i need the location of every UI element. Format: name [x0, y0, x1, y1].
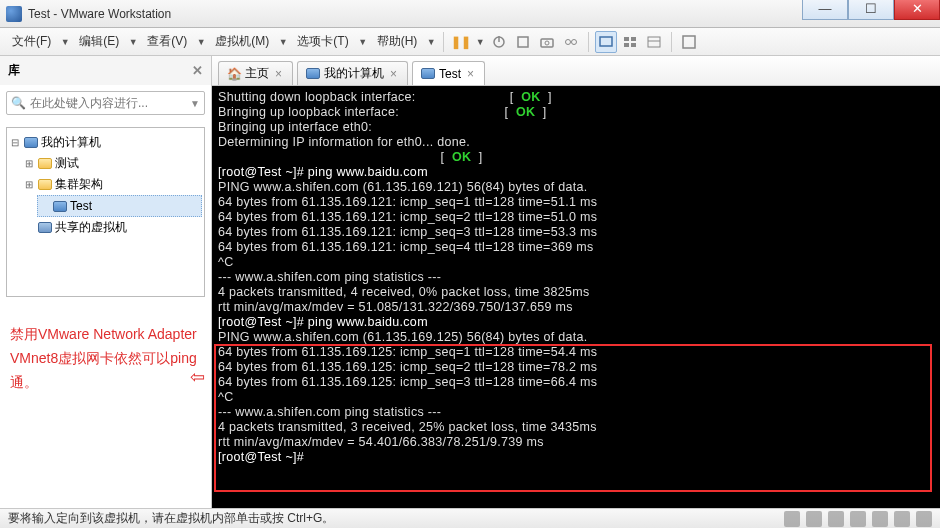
pause-dropdown[interactable]: ▼ [474, 31, 486, 53]
tree-label: 测试 [55, 155, 79, 172]
menu-help-dropdown[interactable]: ▼ [425, 31, 437, 53]
expand-icon[interactable]: ⊞ [23, 158, 35, 169]
status-device-icons [784, 511, 932, 527]
computer-icon [23, 135, 39, 151]
pause-button[interactable]: ❚❚ [450, 31, 472, 53]
vm-icon [52, 198, 68, 214]
menu-view[interactable]: 查看(V) [141, 30, 193, 53]
tree-folder-cluster[interactable]: ⊞ 集群架构 [23, 174, 202, 195]
tree-label: Test [70, 199, 92, 213]
sidebar-search[interactable]: 🔍 ▼ [6, 91, 205, 115]
menu-view-dropdown[interactable]: ▼ [195, 31, 207, 53]
tree-label: 我的计算机 [41, 134, 101, 151]
sidebar-title: 库 [8, 62, 20, 79]
minimize-button[interactable]: — [802, 0, 848, 20]
tab-bar: 🏠 主页 × 我的计算机 × Test × [212, 56, 940, 86]
tab-label: 我的计算机 [324, 65, 384, 82]
menu-edit[interactable]: 编辑(E) [73, 30, 125, 53]
annotation-arrow-icon: ⇦ [190, 362, 205, 393]
collapse-icon[interactable]: ⊟ [9, 137, 21, 148]
menu-edit-dropdown[interactable]: ▼ [127, 31, 139, 53]
tab-close-icon[interactable]: × [388, 67, 399, 81]
tab-close-icon[interactable]: × [465, 67, 476, 81]
view-console-button[interactable] [595, 31, 617, 53]
tab-label: Test [439, 67, 461, 81]
svg-point-4 [545, 41, 549, 45]
fullscreen-button[interactable] [678, 31, 700, 53]
device-net-icon[interactable] [828, 511, 844, 527]
maximize-button[interactable]: ☐ [848, 0, 894, 20]
device-printer-icon[interactable] [894, 511, 910, 527]
svg-rect-12 [648, 37, 660, 47]
tab-home[interactable]: 🏠 主页 × [218, 61, 293, 85]
tree-folder-test-cn[interactable]: ⊞ 测试 [23, 153, 202, 174]
app-icon [6, 6, 22, 22]
computer-icon [306, 67, 320, 81]
svg-rect-11 [631, 43, 636, 47]
tree-vm-test[interactable]: Test [37, 195, 202, 217]
device-hdd-icon[interactable] [784, 511, 800, 527]
menu-tabs[interactable]: 选项卡(T) [291, 30, 354, 53]
settings-tool[interactable] [512, 31, 534, 53]
device-cd-icon[interactable] [806, 511, 822, 527]
svg-rect-8 [624, 37, 629, 41]
search-input[interactable] [30, 96, 190, 110]
tab-label: 主页 [245, 65, 269, 82]
shared-icon [37, 220, 53, 236]
separator [671, 32, 672, 52]
device-sound-icon[interactable] [872, 511, 888, 527]
tab-mycomputer[interactable]: 我的计算机 × [297, 61, 408, 85]
home-icon: 🏠 [227, 67, 241, 81]
separator [588, 32, 589, 52]
vm-icon [421, 67, 435, 81]
menu-vm[interactable]: 虚拟机(M) [209, 30, 275, 53]
close-button[interactable]: ✕ [894, 0, 940, 20]
main-area: 🏠 主页 × 我的计算机 × Test × Shutting down loop… [212, 56, 940, 508]
sidebar-close-icon[interactable]: ✕ [192, 63, 203, 78]
tab-test[interactable]: Test × [412, 61, 485, 85]
device-display-icon[interactable] [916, 511, 932, 527]
folder-icon [37, 177, 53, 193]
folder-icon [37, 156, 53, 172]
svg-point-6 [572, 39, 577, 44]
svg-rect-10 [624, 43, 629, 47]
status-bar: 要将输入定向到该虚拟机，请在虚拟机内部单击或按 Ctrl+G。 [0, 508, 940, 528]
tree-shared-vms[interactable]: 共享的虚拟机 [23, 217, 202, 238]
tab-close-icon[interactable]: × [273, 67, 284, 81]
snapshot-tool[interactable] [536, 31, 558, 53]
search-icon: 🔍 [11, 96, 26, 110]
window-titlebar: Test - VMware Workstation — ☐ ✕ [0, 0, 940, 28]
svg-rect-14 [683, 36, 695, 48]
svg-rect-9 [631, 37, 636, 41]
svg-rect-7 [600, 37, 612, 46]
status-text: 要将输入定向到该虚拟机，请在虚拟机内部单击或按 Ctrl+G。 [8, 510, 334, 527]
view-unity-button[interactable] [643, 31, 665, 53]
view-thumbnail-button[interactable] [619, 31, 641, 53]
separator [443, 32, 444, 52]
annotation-label: 禁用VMware Network Adapter VMnet8虚拟网卡依然可以p… [10, 326, 197, 390]
svg-rect-3 [541, 39, 553, 47]
search-dropdown-icon[interactable]: ▼ [190, 98, 200, 109]
svg-point-5 [566, 39, 571, 44]
menu-file-dropdown[interactable]: ▼ [59, 31, 71, 53]
menu-file[interactable]: 文件(F) [6, 30, 57, 53]
power-tool[interactable] [488, 31, 510, 53]
sidebar: 库 ✕ 🔍 ▼ ⊟ 我的计算机 ⊞ 测试 ⊞ 集群架构 [0, 56, 212, 508]
expand-icon[interactable]: ⊞ [23, 179, 35, 190]
menu-help[interactable]: 帮助(H) [371, 30, 424, 53]
menu-tabs-dropdown[interactable]: ▼ [357, 31, 369, 53]
menu-vm-dropdown[interactable]: ▼ [277, 31, 289, 53]
tree-label: 共享的虚拟机 [55, 219, 127, 236]
sidebar-header: 库 ✕ [0, 56, 211, 85]
snapshot-manager-tool[interactable] [560, 31, 582, 53]
annotation-text: 禁用VMware Network Adapter VMnet8虚拟网卡依然可以p… [10, 323, 201, 394]
device-usb-icon[interactable] [850, 511, 866, 527]
tree-label: 集群架构 [55, 176, 103, 193]
tree-root-mycomputer[interactable]: ⊟ 我的计算机 [9, 132, 202, 153]
svg-rect-2 [518, 37, 528, 47]
window-title: Test - VMware Workstation [28, 7, 934, 21]
vm-console[interactable]: Shutting down loopback interface: [ OK ]… [212, 86, 940, 508]
menubar: 文件(F) ▼ 编辑(E) ▼ 查看(V) ▼ 虚拟机(M) ▼ 选项卡(T) … [0, 28, 940, 56]
library-tree: ⊟ 我的计算机 ⊞ 测试 ⊞ 集群架构 Test [6, 127, 205, 297]
